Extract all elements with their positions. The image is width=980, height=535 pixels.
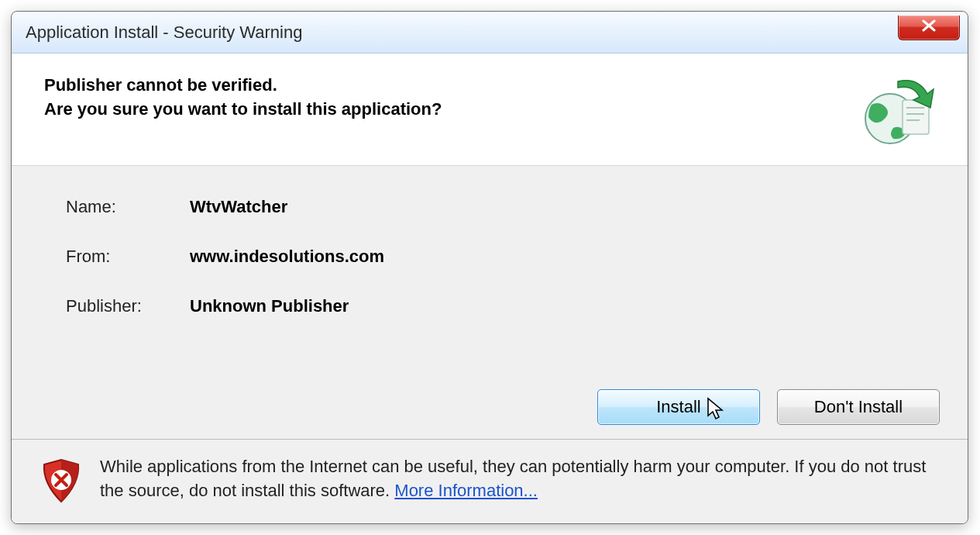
name-value: WtvWatcher <box>190 197 287 217</box>
dialog-body: Name: WtvWatcher From: www.indesolutions… <box>12 166 968 389</box>
window-title: Application Install - Security Warning <box>26 22 302 43</box>
security-warning-dialog: Application Install - Security Warning P… <box>11 11 968 524</box>
titlebar: Application Install - Security Warning <box>12 12 968 54</box>
field-name: Name: WtvWatcher <box>66 197 913 217</box>
dialog-footer: While applications from the Internet can… <box>12 439 968 523</box>
publisher-value: Unknown Publisher <box>190 296 349 316</box>
button-row: Install Don't Install <box>12 389 968 439</box>
more-information-link[interactable]: More Information... <box>394 481 538 500</box>
from-value: www.indesolutions.com <box>190 247 384 267</box>
footer-warning: While applications from the Internet can… <box>100 455 938 503</box>
close-icon <box>921 19 937 35</box>
dont-install-button[interactable]: Don't Install <box>777 389 940 425</box>
shield-icon <box>41 458 81 503</box>
field-publisher: Publisher: Unknown Publisher <box>66 296 913 316</box>
close-button[interactable] <box>898 16 960 40</box>
dialog-header: Publisher cannot be verified. Are you su… <box>12 54 968 166</box>
header-message: Publisher cannot be verified. Are you su… <box>44 74 442 122</box>
field-from: From: www.indesolutions.com <box>66 247 913 267</box>
install-button[interactable]: Install <box>597 389 760 425</box>
header-line-1: Publisher cannot be verified. <box>44 74 442 98</box>
globe-install-icon <box>858 74 935 151</box>
header-line-2: Are you sure you want to install this ap… <box>44 98 442 122</box>
name-label: Name: <box>66 197 190 217</box>
from-label: From: <box>66 247 190 267</box>
publisher-label: Publisher: <box>66 296 190 316</box>
